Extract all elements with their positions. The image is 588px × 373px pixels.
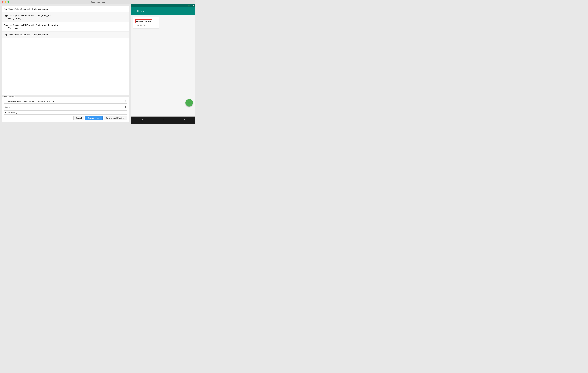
navigation-bar: ◁ ○ □	[131, 116, 195, 124]
save-add-another-button[interactable]: Save and Add Another	[104, 116, 127, 120]
status-bar: 3G 🔋 3:58	[131, 4, 195, 7]
window-title: Record Your Test	[91, 1, 105, 3]
step-text-1: Tap FloatingActionButton with ID fab_add…	[4, 8, 48, 10]
note-title: Happy Testing!	[136, 20, 152, 23]
status-icons: 3G 🔋 3:58	[185, 5, 194, 7]
step-text-3: Type into AppCompatEditText with ID add_…	[4, 24, 58, 26]
assertion-field-2-spinner[interactable]: ▲ ▼	[124, 105, 127, 109]
step-id-1: fab_add_notes	[33, 8, 48, 10]
assertion-field-2[interactable]: ▲ ▼	[4, 105, 127, 109]
window-controls	[2, 1, 9, 3]
notes-content: Happy Testing! This is a note. +	[131, 15, 195, 116]
right-panel: 3G 🔋 3:58 ≡ Notes Happy Testing! This is…	[131, 4, 195, 124]
back-nav-icon[interactable]: ◁	[141, 118, 143, 122]
step-sub-2: Happy Testing!	[4, 17, 127, 20]
titlebar: Record Your Test	[0, 0, 195, 4]
step-sub-3: This is a note.	[4, 27, 127, 30]
cancel-button[interactable]: Cancel	[74, 116, 84, 120]
assertion-element-input[interactable]	[4, 99, 124, 103]
step-row-3: Type into AppCompatEditText with ID add_…	[2, 22, 129, 31]
recent-nav-icon[interactable]: □	[184, 118, 185, 122]
assertion-value-input[interactable]	[4, 110, 127, 114]
step-id-4: fab_add_notes	[33, 33, 48, 36]
time-display: 3:58	[191, 5, 194, 7]
step-text-2: Type into AppCompatEditText with ID add_…	[4, 14, 51, 17]
note-body: This is a note.	[136, 24, 157, 26]
step-row-2: Type into AppCompatEditText with ID add_…	[2, 12, 129, 22]
app-title: Notes	[137, 10, 144, 13]
main-layout: Tap FloatingActionButton with ID fab_add…	[0, 4, 195, 124]
home-nav-icon[interactable]: ○	[162, 118, 164, 122]
step-sub-text-2: Happy Testing!	[8, 17, 21, 20]
edit-assertion-legend: Edit assertion	[4, 95, 15, 98]
fab-button[interactable]: +	[185, 99, 193, 106]
spinner-down-icon[interactable]: ▼	[125, 101, 126, 103]
step-text-4: Tap FloatingActionButton with ID fab_add…	[4, 33, 48, 36]
maximize-button[interactable]	[7, 1, 9, 3]
close-button[interactable]	[2, 1, 4, 3]
phone-screen: 3G 🔋 3:58 ≡ Notes Happy Testing! This is…	[131, 4, 195, 124]
steps-list: Tap FloatingActionButton with ID fab_add…	[2, 6, 129, 95]
edit-assertion-panel: Edit assertion ▲ ▼ ▲ ▼ Cancel Save Asser…	[2, 97, 129, 122]
assertion-buttons: Cancel Save Assertion Save and Add Anoth…	[4, 116, 127, 120]
step-row-1: Tap FloatingActionButton with ID fab_add…	[2, 6, 129, 12]
minimize-button[interactable]	[5, 1, 6, 3]
step-sub-text-3: This is a note.	[8, 27, 21, 30]
hamburger-menu-icon[interactable]: ≡	[133, 10, 135, 13]
assertion-field-1[interactable]: ▲ ▼	[4, 99, 127, 104]
spinner-up-icon[interactable]: ▲	[125, 100, 126, 101]
assertion-condition-input[interactable]	[4, 105, 124, 109]
step-id-3: add_note_description	[38, 24, 58, 26]
app-toolbar: ≡ Notes	[131, 7, 195, 15]
save-assertion-button[interactable]: Save Assertion	[85, 116, 103, 120]
note-card[interactable]: Happy Testing! This is a note.	[133, 17, 159, 28]
signal-indicator: 3G	[185, 5, 187, 7]
spinner-down-icon-2[interactable]: ▼	[125, 107, 126, 108]
assertion-field-1-spinner[interactable]: ▲ ▼	[124, 99, 127, 104]
battery-icon: 🔋	[188, 5, 190, 7]
spinner-up-icon-2[interactable]: ▲	[125, 106, 126, 107]
step-row-4: Tap FloatingActionButton with ID fab_add…	[2, 31, 129, 38]
left-panel: Tap FloatingActionButton with ID fab_add…	[0, 4, 131, 124]
step-id-2: add_note_title	[38, 14, 51, 17]
